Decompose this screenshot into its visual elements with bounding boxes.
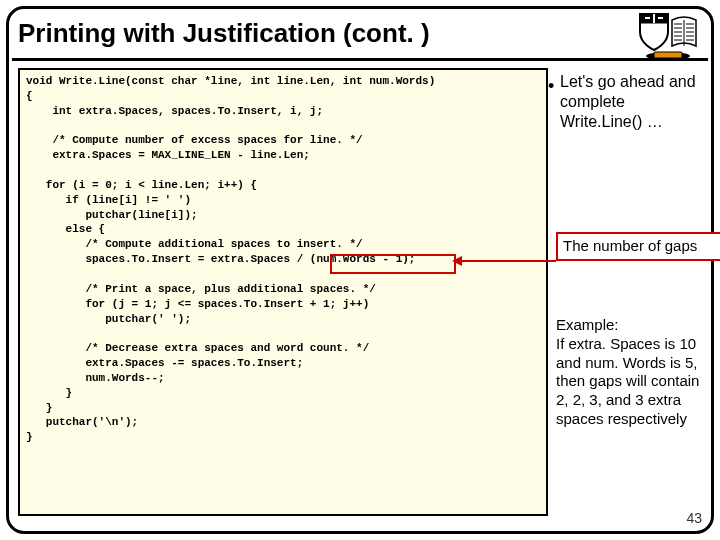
gaps-callout-text: The number of gaps: [563, 237, 697, 254]
code-block: void Write.Line(const char *line, int li…: [18, 68, 548, 516]
princeton-shield-logo: [630, 12, 700, 62]
slide-title: Printing with Justification (cont. ): [18, 18, 430, 49]
slide: Printing with Justification (cont. ) voi…: [0, 0, 720, 540]
bullet-dot-icon: •: [548, 75, 554, 98]
example-text: Example: If extra. Spaces is 10 and num.…: [556, 316, 712, 429]
bullet-lets-go: • Let's go ahead and complete Write.Line…: [560, 72, 708, 132]
svg-rect-2: [654, 52, 682, 58]
bullet-text: Let's go ahead and complete Write.Line()…: [560, 73, 696, 130]
page-number: 43: [686, 510, 702, 526]
gaps-callout-box: The number of gaps: [556, 232, 720, 261]
title-divider: [12, 58, 708, 61]
